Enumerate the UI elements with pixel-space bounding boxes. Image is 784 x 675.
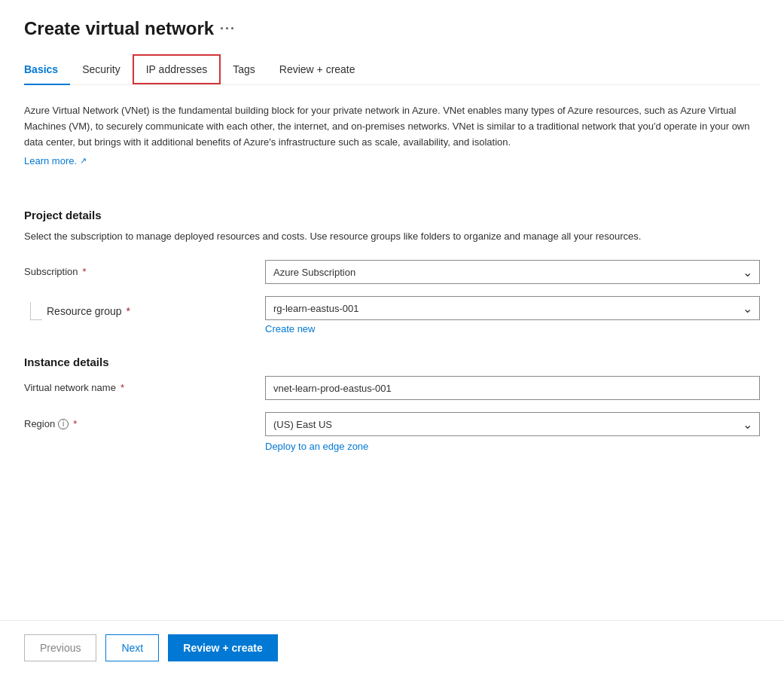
previous-button[interactable]: Previous: [24, 634, 96, 661]
instance-details-section: Instance details Virtual network name * …: [24, 356, 760, 452]
region-control: (US) East US Deploy to an edge zone: [265, 412, 760, 452]
intro-description: Azure Virtual Network (VNet) is the fund…: [24, 103, 760, 150]
resource-group-required: *: [127, 305, 130, 317]
resource-group-dropdown-wrapper[interactable]: rg-learn-eastus-001: [265, 296, 760, 320]
resource-group-row: Resource group * rg-learn-eastus-001 Cre…: [24, 296, 760, 334]
region-info-icon[interactable]: i: [58, 419, 69, 429]
title-text: Create virtual network: [24, 18, 214, 39]
deploy-edge-zone-link[interactable]: Deploy to an edge zone: [265, 441, 368, 452]
next-button[interactable]: Next: [105, 634, 159, 661]
learn-more-text: Learn more.: [24, 155, 77, 166]
tab-security[interactable]: Security: [70, 54, 133, 84]
tab-ip-addresses[interactable]: IP addresses: [133, 54, 221, 84]
vnet-name-required: *: [120, 382, 124, 393]
project-details-section: Project details Select the subscription …: [24, 209, 760, 334]
region-label: Region i *: [24, 412, 265, 429]
resource-group-select[interactable]: rg-learn-eastus-001: [265, 296, 760, 320]
subscription-select[interactable]: Azure Subscription: [265, 260, 760, 284]
instance-details-title: Instance details: [24, 356, 760, 368]
external-link-icon: ↗: [80, 156, 87, 166]
resource-group-label: Resource group *: [47, 305, 130, 317]
vnet-name-row: Virtual network name *: [24, 376, 760, 400]
indent-line: [30, 302, 42, 320]
tab-review-create[interactable]: Review + create: [267, 54, 368, 84]
vnet-name-input[interactable]: [265, 376, 760, 400]
subscription-dropdown-wrapper[interactable]: Azure Subscription: [265, 260, 760, 284]
tab-basics[interactable]: Basics: [24, 54, 70, 84]
region-row: Region i * (US) East US Deploy to an edg…: [24, 412, 760, 452]
resource-group-control: rg-learn-eastus-001 Create new: [265, 296, 760, 334]
learn-more-link[interactable]: Learn more. ↗: [24, 155, 87, 166]
resource-group-indent: Resource group *: [24, 296, 265, 320]
vnet-name-control: [265, 376, 760, 400]
subscription-required: *: [83, 266, 87, 277]
region-select[interactable]: (US) East US: [265, 412, 760, 436]
region-required: *: [73, 418, 77, 429]
create-new-link[interactable]: Create new: [265, 323, 315, 334]
tab-tags[interactable]: Tags: [221, 54, 267, 84]
project-details-description: Select the subscription to manage deploy…: [24, 229, 760, 245]
subscription-label: Subscription *: [24, 260, 265, 277]
tab-navigation: Basics Security IP addresses Tags Review…: [24, 54, 760, 85]
subscription-control: Azure Subscription: [265, 260, 760, 284]
region-dropdown-wrapper[interactable]: (US) East US: [265, 412, 760, 436]
footer: Previous Next Review + create: [0, 620, 784, 675]
review-create-button[interactable]: Review + create: [168, 634, 277, 661]
page-title: Create virtual network ···: [24, 18, 760, 39]
project-details-title: Project details: [24, 209, 760, 221]
vnet-name-label: Virtual network name *: [24, 376, 265, 393]
ellipsis-menu[interactable]: ···: [220, 21, 236, 37]
subscription-row: Subscription * Azure Subscription: [24, 260, 760, 284]
